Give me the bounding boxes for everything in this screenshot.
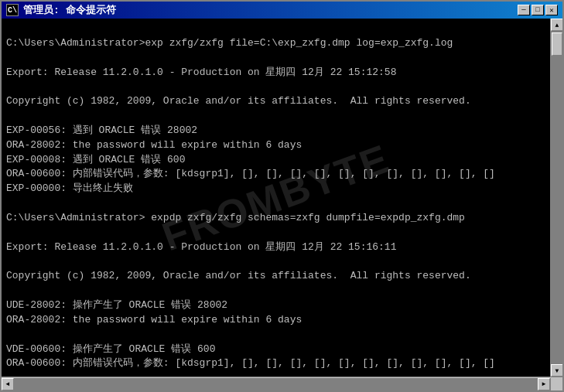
console-line: C:\Users\Administrator>exp zxfg/zxfg fil… [6,36,545,51]
scrollbar-horizontal: ◄ ► [2,378,550,390]
scroll-down-button[interactable]: ▼ [551,364,562,377]
scroll-left-button[interactable]: ◄ [2,378,14,390]
console-line: Export: Release 11.2.0.1.0 - Production … [6,240,545,255]
console-line [6,371,545,377]
scroll-up-button[interactable]: ▲ [551,19,562,31]
console-line [6,284,545,298]
window-title: 管理员: 命令提示符 [23,3,116,17]
scrollbar-corner [550,378,562,390]
scrollbar-thumb[interactable] [552,32,562,56]
console-line: EXP-00008: 遇到 ORACLE 错误 600 [6,153,545,168]
console-line [6,22,545,36]
bottom-bar: ◄ ► [2,377,562,390]
console-line: Copyright (c) 1982, 2009, Oracle and/or … [6,94,545,109]
scroll-right-button[interactable]: ► [538,378,550,390]
minimize-button[interactable]: ─ [518,5,530,15]
console-line [6,255,545,270]
console-line: Copyright (c) 1982, 2009, Oracle and/or … [6,269,545,284]
console-line: UDE-28002: 操作产生了 ORACLE 错误 28002 [6,298,545,313]
maximize-button[interactable]: □ [532,5,544,15]
title-icon: C\ [6,4,19,16]
title-bar-controls: ─ □ ✕ [518,5,558,15]
title-bar-left: C\ 管理员: 命令提示符 [6,3,116,17]
console-line [6,226,545,240]
console-line [6,109,545,124]
console-line: EXP-00000: 导出终止失败 [6,182,545,196]
window: C\ 管理员: 命令提示符 ─ □ ✕ FROMBYTE C:\Users\Ad… [0,0,564,392]
console-line: VDE-00600: 操作产生了 ORACLE 错误 600 [6,343,545,357]
console-line: ORA-28002: the password will expire with… [6,313,545,328]
scrollbar-track [551,31,562,364]
title-bar: C\ 管理员: 命令提示符 ─ □ ✕ [2,2,562,19]
console-area: FROMBYTE C:\Users\Administrator>exp zxfg… [2,19,562,377]
scrollbar-vertical: ▲ ▼ [550,19,562,377]
console-line: C:\Users\Administrator> expdp zxfg/zxfg … [6,211,545,226]
h-scrollbar-track [14,378,538,390]
console-content: FROMBYTE C:\Users\Administrator>exp zxfg… [2,19,550,377]
console-line: EXP-00056: 遇到 ORACLE 错误 28002 [6,124,545,138]
console-line [6,328,545,343]
console-line: ORA-00600: 内部错误代码，参数: [kdsgrp1], [], [],… [6,167,545,182]
console-line [6,196,545,211]
console-line [6,51,545,66]
console-line: Export: Release 11.2.0.1.0 - Production … [6,66,545,80]
console-line: ORA-28002: the password will expire with… [6,138,545,153]
console-line [6,80,545,94]
console-line: ORA-00600: 内部错误代码，参数: [kdsgrp1], [], [],… [6,356,545,371]
close-button[interactable]: ✕ [545,5,558,15]
